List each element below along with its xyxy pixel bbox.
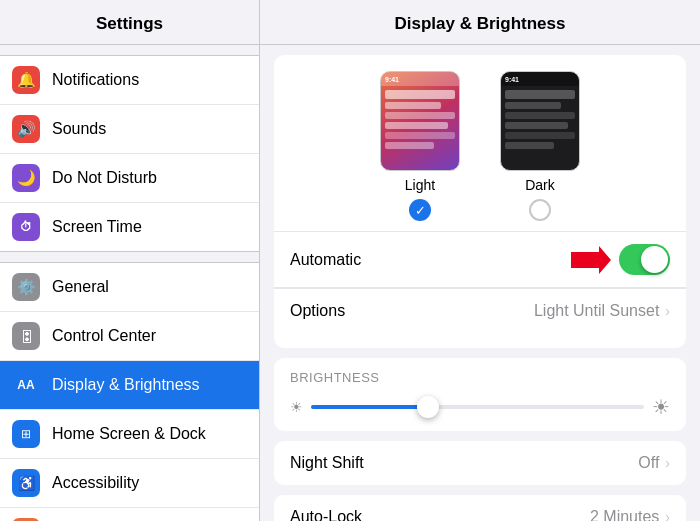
screen-time-icon: ⏱	[12, 213, 40, 241]
do-not-disturb-icon: 🌙	[12, 164, 40, 192]
sidebar-item-label: Sounds	[52, 120, 106, 138]
dark-mode-label: Dark	[525, 177, 555, 193]
sounds-icon: 🔊	[12, 115, 40, 143]
light-mode-label: Light	[405, 177, 435, 193]
brightness-label: BRIGHTNESS	[290, 370, 670, 385]
automatic-toggle[interactable]	[619, 244, 670, 275]
brightness-thumb	[417, 396, 439, 418]
sidebar-item-wallpaper[interactable]: 🖼 Wallpaper	[0, 508, 259, 521]
accessibility-icon: ♿	[12, 469, 40, 497]
sidebar-group-2: ⚙️ General 🎛 Control Center AA Display &…	[0, 262, 259, 521]
toggle-thumb	[641, 246, 668, 273]
options-value: Light Until Sunset	[534, 302, 659, 320]
night-shift-value: Off	[638, 454, 659, 472]
light-mode-item: 9:41 Light ✓	[380, 71, 460, 221]
auto-lock-value: 2 Minutes	[590, 508, 659, 522]
svg-marker-0	[571, 246, 611, 274]
main-content: Display & Brightness 9:41	[260, 0, 700, 521]
night-shift-label: Night Shift	[290, 454, 638, 472]
sidebar-item-label: Do Not Disturb	[52, 169, 157, 187]
red-arrow	[571, 246, 611, 274]
sidebar-item-notifications[interactable]: 🔔 Notifications	[0, 56, 259, 105]
sidebar-item-accessibility[interactable]: ♿ Accessibility	[0, 459, 259, 508]
sidebar-item-screen-time[interactable]: ⏱ Screen Time	[0, 203, 259, 251]
night-shift-section: Night Shift Off ›	[274, 441, 686, 485]
dark-preview-time: 9:41	[505, 76, 519, 83]
brightness-low-icon: ☀	[290, 399, 303, 415]
appearance-modes: 9:41 Light ✓ 9:41	[290, 71, 670, 221]
sidebar-item-do-not-disturb[interactable]: 🌙 Do Not Disturb	[0, 154, 259, 203]
automatic-label: Automatic	[290, 251, 571, 269]
brightness-high-icon: ☀	[652, 395, 670, 419]
sidebar-item-label: Display & Brightness	[52, 376, 200, 394]
general-icon: ⚙️	[12, 273, 40, 301]
appearance-section: 9:41 Light ✓ 9:41	[274, 55, 686, 348]
options-chevron: ›	[665, 303, 670, 319]
notifications-icon: 🔔	[12, 66, 40, 94]
sidebar-item-sounds[interactable]: 🔊 Sounds	[0, 105, 259, 154]
sidebar-title: Settings	[0, 0, 259, 45]
light-preview-time: 9:41	[385, 76, 399, 83]
light-mode-preview[interactable]: 9:41	[380, 71, 460, 171]
brightness-track[interactable]	[311, 405, 644, 409]
auto-lock-chevron: ›	[665, 509, 670, 522]
sidebar-item-control-center[interactable]: 🎛 Control Center	[0, 312, 259, 361]
sidebar: Settings 🔔 Notifications 🔊 Sounds 🌙 Do N…	[0, 0, 260, 521]
lock-section: Auto-Lock 2 Minutes › Lock / Unlock	[274, 495, 686, 521]
sidebar-item-home-screen[interactable]: ⊞ Home Screen & Dock	[0, 410, 259, 459]
options-label: Options	[290, 302, 534, 320]
main-title: Display & Brightness	[260, 0, 700, 45]
sidebar-item-label: Home Screen & Dock	[52, 425, 206, 443]
sidebar-item-display-brightness[interactable]: AA Display & Brightness	[0, 361, 259, 410]
sidebar-group-1: 🔔 Notifications 🔊 Sounds 🌙 Do Not Distur…	[0, 55, 259, 252]
brightness-section: BRIGHTNESS ☀ ☀	[274, 358, 686, 431]
dark-mode-check[interactable]	[529, 199, 551, 221]
auto-lock-row[interactable]: Auto-Lock 2 Minutes ›	[274, 495, 686, 521]
sidebar-item-label: Notifications	[52, 71, 139, 89]
sidebar-item-label: General	[52, 278, 109, 296]
options-row[interactable]: Options Light Until Sunset ›	[274, 288, 686, 332]
control-center-icon: 🎛	[12, 322, 40, 350]
night-shift-chevron: ›	[665, 455, 670, 471]
display-brightness-icon: AA	[12, 371, 40, 399]
auto-lock-label: Auto-Lock	[290, 508, 590, 522]
sidebar-item-label: Accessibility	[52, 474, 139, 492]
sidebar-item-label: Control Center	[52, 327, 156, 345]
brightness-row: ☀ ☀	[290, 395, 670, 419]
home-screen-icon: ⊞	[12, 420, 40, 448]
sidebar-item-label: Screen Time	[52, 218, 142, 236]
automatic-row: Automatic	[274, 231, 686, 288]
light-mode-check[interactable]: ✓	[409, 199, 431, 221]
dark-mode-item: 9:41 Dark	[500, 71, 580, 221]
dark-mode-preview[interactable]: 9:41	[500, 71, 580, 171]
brightness-fill	[311, 405, 428, 409]
sidebar-item-general[interactable]: ⚙️ General	[0, 263, 259, 312]
night-shift-row[interactable]: Night Shift Off ›	[274, 441, 686, 485]
